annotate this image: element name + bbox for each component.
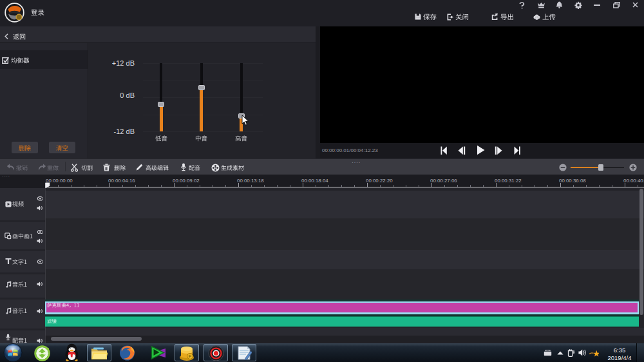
svg-text:F: F [189, 354, 191, 359]
